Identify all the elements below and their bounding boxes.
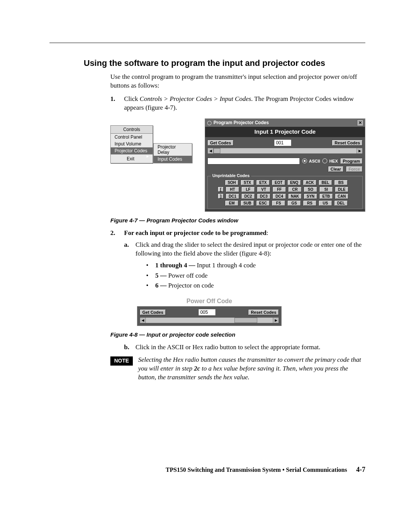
submenu-projector-delay[interactable]: Projector Delay <box>154 144 192 156</box>
code-can[interactable]: CAN <box>335 193 349 199</box>
code-text-input[interactable] <box>207 158 300 165</box>
close-icon[interactable]: ✕ <box>357 120 363 126</box>
get-codes-button[interactable]: Get Codes <box>207 140 234 146</box>
code-us[interactable]: US <box>319 200 332 206</box>
code-em[interactable]: EM <box>225 200 239 206</box>
clear-button[interactable]: Clear <box>328 166 344 172</box>
code-rs[interactable]: RS <box>303 200 317 206</box>
code-si[interactable]: SI <box>319 187 333 192</box>
code-dc1[interactable]: DC1 <box>226 193 239 199</box>
menu-item-projector-codes[interactable]: Projector Codes <box>111 147 153 154</box>
code-etb[interactable]: ETB <box>319 193 333 199</box>
code-stx[interactable]: STX <box>241 180 254 185</box>
bullet-0-key: 1 through 4 — <box>155 262 195 269</box>
menu-item-input-volume[interactable]: Input Volume <box>111 141 153 147</box>
code-eot[interactable]: EOT <box>272 180 285 185</box>
footer-title: TPS150 Switching and Transmission System… <box>166 466 347 473</box>
sub-b-text: Click in the ASCII or Hex radio button t… <box>135 343 365 352</box>
slider-right-arrow-icon[interactable]: ▶ <box>357 148 362 153</box>
fig48-slider-right-arrow-icon[interactable]: ▶ <box>273 318 279 323</box>
controls-menu[interactable]: Controls Control Panel Input Volume Proj… <box>110 125 153 163</box>
code-cr[interactable]: CR <box>288 187 302 192</box>
code-row-0: SOH STX ETX EOT ENQ ACK BEL BS <box>218 180 360 185</box>
program-button[interactable]: Program <box>340 158 363 164</box>
code-bs[interactable]: BS <box>334 180 348 185</box>
submenu-input-codes[interactable]: Input Codes <box>154 156 192 163</box>
window-titlebar[interactable]: ◯ Program Projector Codes ✕ <box>205 119 365 127</box>
ascii-radio-label: ASCII <box>309 159 320 163</box>
code-nak[interactable]: NAK <box>288 193 302 199</box>
code-dc3[interactable]: DC3 <box>257 193 271 199</box>
figure-4-8-title: Power Off Code <box>137 298 282 305</box>
step-1-path: Controls > Projector Codes > Input Codes <box>140 95 251 102</box>
code-ht[interactable]: HT <box>226 187 239 192</box>
fig48-slider-thumb[interactable] <box>234 318 257 323</box>
slider-thumb[interactable] <box>213 148 220 153</box>
figure-4-7-caption: Figure 4-7 — Program Projector Codes win… <box>110 217 365 224</box>
app-icon: ◯ <box>207 120 212 125</box>
slider-left-arrow-icon[interactable]: ◀ <box>208 148 213 153</box>
row1-lead[interactable]: [ <box>218 187 224 192</box>
code-row-3: EM SUB ESC FS GS RS US DEL <box>218 200 360 206</box>
hex-radio[interactable] <box>322 158 327 163</box>
step-2-number: 2. <box>110 229 124 294</box>
sub-b-id: b. <box>124 343 135 352</box>
fig48-slider-left-arrow-icon[interactable]: ◀ <box>140 318 146 323</box>
menu-item-control-panel[interactable]: Control Panel <box>111 134 153 141</box>
step-2-colon: : <box>266 229 268 236</box>
bullet-2-key: 6 — <box>155 282 167 289</box>
note-block: NOTE Selecting the Hex radio button caus… <box>110 356 365 382</box>
code-ff[interactable]: FF <box>272 187 286 192</box>
bullet-dot-icon: • <box>146 272 155 280</box>
step-2-text: For each input or projector code to be p… <box>124 229 266 236</box>
controls-menu-title: Controls <box>111 126 153 134</box>
code-lf[interactable]: LF <box>241 187 255 192</box>
hex-radio-label: HEX <box>329 159 338 163</box>
intro-paragraph: Use the control program to program the t… <box>110 73 365 90</box>
code-ack[interactable]: ACK <box>303 180 317 185</box>
code-enq[interactable]: ENQ <box>287 180 301 185</box>
code-slider[interactable]: ◀ ▶ <box>207 148 363 154</box>
projector-codes-submenu[interactable]: Projector Delay Input Codes <box>153 143 192 163</box>
code-del[interactable]: DEL <box>334 200 348 206</box>
code-etx[interactable]: ETX <box>256 180 270 185</box>
step-1: 1. Click Controls > Projector Codes > In… <box>110 95 365 112</box>
code-syn[interactable]: SYN <box>304 193 317 199</box>
code-row-1: [ HT LF VT FF CR SO SI DLE <box>218 187 360 192</box>
window-header: Input 1 Projector Code <box>205 127 365 137</box>
code-gs[interactable]: GS <box>287 200 301 206</box>
note-step-ref: 2c <box>194 365 200 372</box>
note-badge: NOTE <box>110 356 133 366</box>
fig48-get-codes-button[interactable]: Get Codes <box>140 309 166 315</box>
bullet-2-val: Projector on code <box>167 282 214 289</box>
bullet-dot-icon: • <box>146 261 155 270</box>
row2-lead[interactable]: ] <box>218 193 224 199</box>
code-dc2[interactable]: DC2 <box>241 193 255 199</box>
code-vt[interactable]: VT <box>257 187 271 192</box>
code-dc4[interactable]: DC4 <box>272 193 286 199</box>
bullet-1-key: 5 — <box>155 272 167 279</box>
program-codes-window: ◯ Program Projector Codes ✕ Input 1 Proj… <box>205 118 365 212</box>
unprintable-codes-legend: Unprintable Codes <box>211 173 251 178</box>
figure-4-7: Controls Control Panel Input Volume Proj… <box>110 118 365 212</box>
figure-4-8-caption: Figure 4-8 — Input or projector code sel… <box>110 331 365 338</box>
code-soh[interactable]: SOH <box>225 180 239 185</box>
code-value-field[interactable]: 001 <box>274 139 292 146</box>
reset-codes-button[interactable]: Reset Codes <box>332 140 363 146</box>
unprintable-codes-group: Unprintable Codes SOH STX ETX EOT ENQ AC… <box>207 176 363 209</box>
force-button[interactable]: Force <box>346 166 363 172</box>
bullet-0-val: Input 1 through 4 code <box>195 262 256 269</box>
code-so[interactable]: SO <box>304 187 317 192</box>
ascii-radio[interactable] <box>302 158 307 163</box>
code-dle[interactable]: DLE <box>335 187 349 192</box>
code-esc[interactable]: ESC <box>256 200 270 206</box>
step-1-number: 1. <box>110 95 124 112</box>
fig48-value-field[interactable]: 005 <box>198 309 216 316</box>
code-fs[interactable]: FS <box>272 200 285 206</box>
fig48-slider[interactable]: ◀ ▶ <box>140 317 279 323</box>
menu-cascade: Controls Control Panel Input Volume Proj… <box>110 125 192 163</box>
code-bel[interactable]: BEL <box>319 180 332 185</box>
top-rule <box>49 43 365 43</box>
fig48-reset-codes-button[interactable]: Reset Codes <box>248 309 279 315</box>
code-sub[interactable]: SUB <box>241 200 254 206</box>
